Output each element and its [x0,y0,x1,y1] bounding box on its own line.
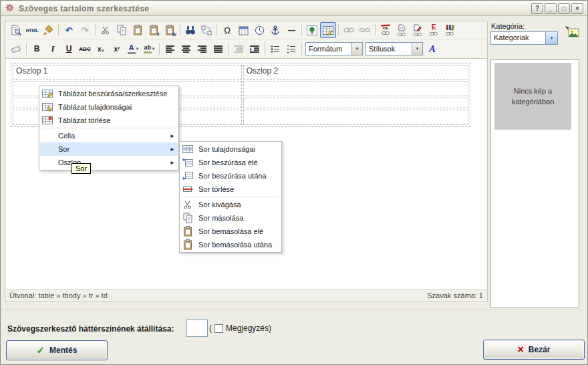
insert-table-button[interactable] [320,22,336,38]
horizontal-rule-button[interactable]: — [283,22,299,38]
binoculars-icon [185,25,196,35]
bold-button[interactable]: B [29,41,45,57]
menu-item-column[interactable]: Oszlop ► [40,156,178,169]
row-properties-icon [182,144,194,154]
menu-item-row[interactable]: Sor ► [40,142,178,156]
cleanup-button[interactable] [40,22,56,38]
close-button[interactable]: × [571,3,583,14]
remove-format-button[interactable] [8,41,24,57]
bullet-list-button[interactable] [267,41,283,57]
hr-icon: — [288,26,295,34]
de-link-button[interactable]: DE [378,22,394,38]
align-right-button[interactable] [194,41,210,57]
submenu-item-insert-row-after[interactable]: Sor beszúrása utána [180,169,281,182]
paste-as-text-button[interactable]: T [146,22,162,38]
align-justify-button[interactable] [210,41,226,57]
copy-button[interactable] [114,22,130,38]
find-replace-button[interactable] [198,22,214,38]
save-button[interactable]: ✓ Mentés [6,340,108,360]
menu-item-insert-table[interactable]: Táblázat beszúrása/szerkesztése [40,87,178,100]
indent-button[interactable] [247,41,263,57]
submenu-item-paste-row-after[interactable]: Sor bemásolása utána [180,238,281,251]
anchor-icon [271,25,280,35]
insert-category-image-button[interactable] [565,25,579,39]
highlight-color-button[interactable]: ab▾ [141,41,157,57]
insert-image-button[interactable] [304,22,320,38]
clock-icon [255,25,265,35]
insert-date-button[interactable] [235,22,251,38]
de-link-icon: DE [381,25,390,35]
superscript-button[interactable]: x² [109,41,125,57]
note-checkbox[interactable] [214,324,223,333]
numbered-list-button[interactable] [283,41,299,57]
underline-button[interactable]: U [61,41,77,57]
subscript-button[interactable]: x₂ [93,41,109,57]
link-button[interactable] [341,22,357,38]
find-button[interactable] [182,22,198,38]
anchor-button[interactable] [267,22,283,38]
align-justify-icon [214,45,223,53]
help-button[interactable]: ? [531,3,543,14]
toolbar-separator [301,43,302,55]
editor-cell[interactable]: Oszlop 1 [13,65,242,80]
category-image-list[interactable]: Nincs kép a kategóriában [490,59,579,308]
align-left-button[interactable] [162,41,178,57]
save-button-label: Mentés [49,346,77,355]
books-link-button[interactable] [442,22,458,38]
text-color-button[interactable]: A▾ [125,41,141,57]
html-icon: HTML [26,28,39,33]
editor-cell[interactable]: Oszlop 2 [243,65,468,80]
align-center-button[interactable] [178,41,194,57]
menu-item-delete-table[interactable]: Táblázat törlése [40,114,178,127]
editor-cell[interactable] [243,110,468,125]
delete-row-icon [182,185,194,194]
submenu-item-row-properties[interactable]: Sor tulajdonságai [180,142,281,156]
menu-item-label: Sor törlése [198,185,234,193]
close-dialog-button[interactable]: × Bezár [483,340,585,360]
clipboard-icon [182,226,194,237]
redo-button[interactable]: ↷ [77,22,93,38]
toolbar-separator [375,24,376,36]
maximize-button[interactable]: □ [558,3,570,14]
doc-edit-link-button[interactable] [410,22,426,38]
paren-open: ( [209,324,212,333]
e-link-button[interactable]: E [426,22,442,38]
outdent-icon [234,45,243,53]
italic-button[interactable]: I [45,41,61,57]
format-dropdown[interactable]: Formátum▾ [305,42,363,55]
special-char-button[interactable]: Ω [219,22,235,38]
category-dropdown[interactable]: Kategoriak ▾ [490,31,558,45]
cut-button[interactable] [98,22,114,38]
bg-color-input[interactable] [186,320,208,337]
undo-button[interactable]: ↶ [61,22,77,38]
unlink-button[interactable] [357,22,373,38]
editor-cell[interactable] [243,98,468,108]
styles-dropdown[interactable]: Stílusok▾ [365,42,423,55]
paste-button[interactable] [130,22,146,38]
doc-link-button[interactable] [394,22,410,38]
image-tree-icon [307,25,317,35]
strikethrough-button[interactable]: ABC [77,41,93,57]
element-path[interactable]: Útvonal: table » tbody » tr » td [9,291,108,299]
html-source-button[interactable]: HTML [24,22,40,38]
toolbar-separator [216,24,217,36]
minimize-button[interactable]: _ [545,3,557,14]
menu-item-label: Táblázat beszúrása/szerkesztése [58,90,167,98]
submenu-item-paste-row-before[interactable]: Sor bemásolása elé [180,225,281,238]
submenu-item-cut-row[interactable]: Sor kivágása [180,198,281,211]
insert-time-button[interactable] [251,22,267,38]
preview-button[interactable] [8,22,24,38]
flash-media-button[interactable]: A [424,41,440,57]
paste-from-word-button[interactable]: W [162,22,178,38]
submenu-item-copy-row[interactable]: Sor másolása [180,211,281,225]
menu-item-label: Sor bemásolása utána [198,241,272,249]
submenu-item-insert-row-before[interactable]: Sor beszúrása elé [180,156,281,169]
menu-item-table-properties[interactable]: Táblázat tulajdonságai [40,100,178,114]
menu-item-cell[interactable]: Cella ► [40,129,178,142]
toolbar-row-1: HTML ↶ ↷ T W Ω — D [5,21,487,39]
submenu-item-delete-row[interactable]: Sor törlése [180,182,281,196]
chevron-down-icon: ▾ [352,42,363,55]
clipboard-icon [182,239,194,250]
outdent-button[interactable] [231,41,247,57]
editor-cell[interactable] [243,81,468,96]
